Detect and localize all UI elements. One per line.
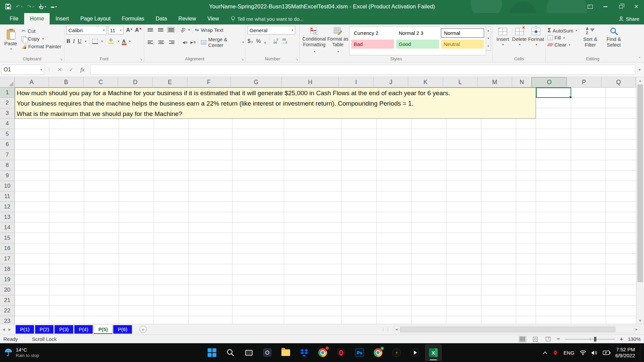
clear-button[interactable]: Clear▾	[548, 42, 577, 48]
excel-button[interactable]: X	[425, 345, 441, 361]
bottom-align-button[interactable]	[167, 27, 175, 33]
cell-A6[interactable]	[15, 139, 49, 150]
cell-J10[interactable]	[377, 181, 412, 191]
cell-O5[interactable]	[536, 129, 571, 139]
cell-N6[interactable]	[516, 139, 536, 150]
cell-H14[interactable]	[284, 223, 341, 233]
cell-E15[interactable]	[154, 233, 189, 243]
increase-decimal-button[interactable]: ←.0.00	[273, 38, 278, 44]
cell-A22[interactable]	[15, 306, 49, 316]
show-desktop-button[interactable]	[640, 343, 641, 362]
style-normal[interactable]: Normal	[441, 28, 484, 38]
cell-O6[interactable]	[536, 139, 571, 150]
cell-J18[interactable]	[377, 264, 412, 275]
cell-D21[interactable]	[119, 295, 154, 306]
dropbox-button[interactable]	[296, 345, 312, 361]
row-header-19[interactable]: 19	[0, 275, 15, 285]
format-cells-button[interactable]: Format ▾	[528, 26, 544, 55]
cell-B8[interactable]	[49, 160, 84, 171]
tab-data[interactable]: Data	[150, 13, 173, 24]
vertical-scroll-thumb[interactable]	[637, 84, 643, 282]
cell-O9[interactable]	[536, 171, 571, 181]
photoshop-button[interactable]: Ps	[352, 345, 368, 361]
cell-A11[interactable]	[15, 191, 49, 202]
cell-K14[interactable]	[412, 223, 446, 233]
cell-E17[interactable]	[154, 254, 189, 264]
find-select-button[interactable]: Find & Select	[603, 26, 624, 55]
alignment-dialog-launcher[interactable]: ↘	[241, 57, 244, 61]
cell-O13[interactable]	[536, 212, 571, 223]
collapse-ribbon-button[interactable]: ⌃	[638, 56, 641, 61]
column-header-N[interactable]: N	[512, 77, 532, 87]
font-dialog-launcher[interactable]: ↘	[140, 57, 143, 61]
cell-F6[interactable]	[189, 139, 232, 150]
cell-A9[interactable]	[15, 171, 49, 181]
opera-gx-button[interactable]	[388, 345, 405, 361]
cell-Q19[interactable]	[606, 275, 636, 285]
row-header-18[interactable]: 18	[0, 264, 15, 275]
cell-P15[interactable]	[571, 233, 606, 243]
normal-view-button[interactable]	[519, 336, 527, 343]
cell-J13[interactable]	[377, 212, 412, 223]
cell-K7[interactable]	[412, 150, 446, 160]
sheet-tab-p(2)[interactable]: P(2)	[35, 325, 54, 334]
customize-qat-button[interactable]: ▬▾	[51, 5, 57, 8]
cell-N7[interactable]	[516, 150, 536, 160]
cell-N15[interactable]	[516, 233, 536, 243]
cell-L11[interactable]	[446, 191, 481, 202]
cell-O22[interactable]	[536, 306, 571, 316]
column-header-I[interactable]: I	[339, 77, 374, 87]
cell-M17[interactable]	[481, 254, 516, 264]
cell-Q5[interactable]	[606, 129, 636, 139]
cell-Q2[interactable]	[606, 98, 636, 108]
language-indicator[interactable]: ENG	[564, 350, 575, 356]
cell-H15[interactable]	[284, 233, 341, 243]
cell-M4[interactable]	[481, 119, 516, 129]
cell-M6[interactable]	[481, 139, 516, 150]
number-format-select[interactable]: General▾	[248, 26, 295, 35]
column-header-B[interactable]: B	[49, 77, 84, 87]
cell-C20[interactable]	[84, 285, 119, 295]
name-box[interactable]: O1 ▾	[1, 65, 44, 75]
cell-P2[interactable]	[571, 98, 606, 108]
cell-G7[interactable]	[232, 150, 284, 160]
cell-E16[interactable]	[154, 243, 189, 254]
cell-G19[interactable]	[232, 275, 284, 285]
cell-N21[interactable]	[516, 295, 536, 306]
cell-L18[interactable]	[446, 264, 481, 275]
cell-H21[interactable]	[284, 295, 341, 306]
cell-H20[interactable]	[284, 285, 341, 295]
cell-O12[interactable]	[536, 202, 571, 212]
cell-L4[interactable]	[446, 119, 481, 129]
cell-N14[interactable]	[516, 223, 536, 233]
row-header-2[interactable]: 2	[0, 98, 15, 108]
zoom-level[interactable]: 130%	[628, 336, 641, 342]
cell-I11[interactable]	[341, 191, 377, 202]
insert-cells-button[interactable]: Insert ▾	[495, 26, 511, 55]
style-neutral[interactable]: Neutral	[441, 39, 484, 49]
expand-formula-bar-button[interactable]: ▼	[635, 68, 644, 72]
cell-D19[interactable]	[119, 275, 154, 285]
cell-P8[interactable]	[571, 160, 606, 171]
cell-A10[interactable]	[15, 181, 49, 191]
cell-B14[interactable]	[49, 223, 84, 233]
cell-C7[interactable]	[84, 150, 119, 160]
cell-G13[interactable]	[232, 212, 284, 223]
gallery-more-button[interactable]: ⊻	[486, 43, 491, 50]
cell-E14[interactable]	[154, 223, 189, 233]
cell-D11[interactable]	[119, 191, 154, 202]
cell-D17[interactable]	[119, 254, 154, 264]
cell-L13[interactable]	[446, 212, 481, 223]
increase-font-size-button[interactable]: A▲	[126, 27, 133, 33]
cell-H9[interactable]	[284, 171, 341, 181]
cell-O2[interactable]	[536, 98, 571, 108]
cell-F22[interactable]	[189, 306, 232, 316]
cell-F5[interactable]	[189, 129, 232, 139]
underline-button[interactable]: U	[77, 38, 82, 45]
cell-F21[interactable]	[189, 295, 232, 306]
cell-A5[interactable]	[15, 129, 49, 139]
cell-M7[interactable]	[481, 150, 516, 160]
cell-I9[interactable]	[341, 171, 377, 181]
cell-L12[interactable]	[446, 202, 481, 212]
copy-button[interactable]: Copy▾	[21, 36, 63, 42]
